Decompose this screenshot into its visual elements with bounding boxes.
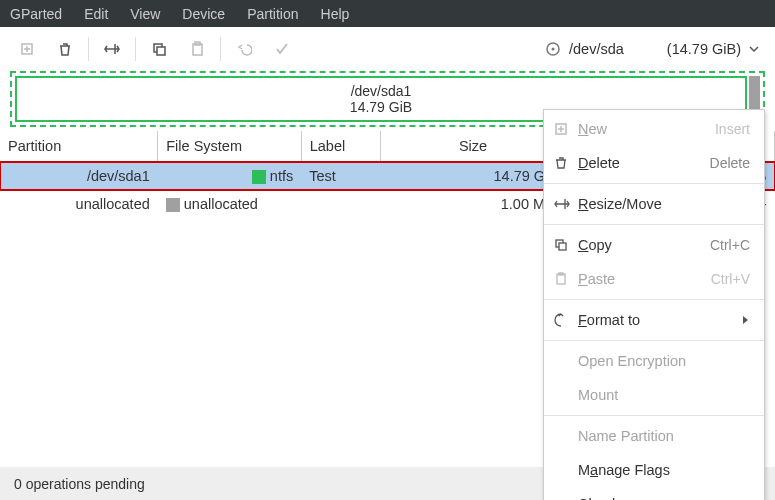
- menu-item-new: NewInsert: [544, 112, 764, 146]
- header-label[interactable]: Label: [301, 131, 380, 162]
- device-name: /dev/sda: [569, 41, 624, 57]
- fs-color-icon: [166, 198, 180, 212]
- apply-button: [263, 27, 301, 71]
- submenu-arrow-icon: [742, 315, 750, 325]
- menu-item-manage-flags[interactable]: Manage Flags: [544, 453, 764, 487]
- menu-view[interactable]: View: [130, 6, 160, 22]
- new-partition-button: [8, 27, 46, 71]
- resize-icon: [103, 41, 121, 57]
- toolbar: /dev/sda (14.79 GiB): [0, 27, 775, 71]
- menu-item-label: Paste: [578, 271, 615, 287]
- menu-item-label: Manage Flags: [578, 462, 670, 478]
- cell-label: [301, 190, 380, 218]
- undo-button: [225, 27, 263, 71]
- menu-item-label: Name Partition: [578, 428, 674, 444]
- new-icon: [19, 41, 35, 57]
- menu-item-label: Check: [578, 496, 619, 500]
- menu-device[interactable]: Device: [182, 6, 225, 22]
- cell-partition: /dev/sda1: [0, 162, 158, 191]
- chevron-down-icon: [749, 44, 759, 54]
- context-menu: NewInsertDeleteDeleteResize/MoveCopyCtrl…: [543, 109, 765, 500]
- trash-icon: [57, 41, 73, 57]
- resize-icon: [554, 197, 578, 211]
- menu-item-label: New: [578, 121, 607, 137]
- cell-partition: unallocated: [0, 190, 158, 218]
- header-filesystem[interactable]: File System: [158, 131, 301, 162]
- menu-accelerator: Insert: [715, 121, 750, 137]
- menu-help[interactable]: Help: [321, 6, 350, 22]
- disk-partition-size: 14.79 GiB: [350, 99, 412, 115]
- device-selector[interactable]: /dev/sda (14.79 GiB): [537, 37, 767, 61]
- menu-item-delete[interactable]: DeleteDelete: [544, 146, 764, 180]
- copy-icon: [151, 41, 167, 57]
- menu-accelerator: Ctrl+V: [711, 271, 750, 287]
- menu-item-format-to[interactable]: Format to: [544, 303, 764, 337]
- paste-button: [178, 27, 216, 71]
- menu-item-label: Format to: [578, 312, 640, 328]
- menu-item-label: Delete: [578, 155, 620, 171]
- disk-partition-name: /dev/sda1: [351, 83, 412, 99]
- svg-point-9: [552, 48, 555, 51]
- copy-icon: [554, 238, 578, 252]
- status-text: 0 operations pending: [14, 476, 145, 492]
- delete-icon: [554, 156, 578, 170]
- menu-item-paste: PasteCtrl+V: [544, 262, 764, 296]
- menu-item-label: Copy: [578, 237, 612, 253]
- undo-icon: [236, 41, 252, 57]
- menu-item-open-encryption: Open Encryption: [544, 344, 764, 378]
- menu-separator: [544, 183, 764, 184]
- resize-move-button[interactable]: [93, 27, 131, 71]
- menu-item-mount: Mount: [544, 378, 764, 412]
- menu-item-check[interactable]: Check: [544, 487, 764, 500]
- menu-item-label: Open Encryption: [578, 353, 686, 369]
- menu-separator: [544, 299, 764, 300]
- menu-edit[interactable]: Edit: [84, 6, 108, 22]
- new-icon: [554, 122, 578, 136]
- delete-partition-button[interactable]: [46, 27, 84, 71]
- fs-color-icon: [252, 170, 266, 184]
- svg-rect-5: [157, 47, 165, 55]
- menu-accelerator: Delete: [710, 155, 750, 171]
- menu-partition[interactable]: Partition: [247, 6, 298, 22]
- cell-fs: ntfs: [158, 162, 301, 191]
- menubar: GParted Edit View Device Partition Help: [0, 0, 775, 27]
- disk-icon: [545, 41, 561, 57]
- menu-separator: [544, 415, 764, 416]
- menu-item-name-partition: Name Partition: [544, 419, 764, 453]
- menu-accelerator: Ctrl+C: [710, 237, 750, 253]
- cell-fs: unallocated: [158, 190, 301, 218]
- paste-icon: [189, 41, 205, 57]
- menu-separator: [544, 340, 764, 341]
- device-size: (14.79 GiB): [667, 41, 741, 57]
- svg-rect-15: [559, 243, 566, 250]
- cell-label: Test: [301, 162, 380, 191]
- paste-icon: [554, 272, 578, 286]
- header-partition[interactable]: Partition: [0, 131, 158, 162]
- menu-item-label: Mount: [578, 387, 618, 403]
- menu-separator: [544, 224, 764, 225]
- menu-item-resize-move[interactable]: Resize/Move: [544, 187, 764, 221]
- format-icon: [554, 313, 578, 327]
- check-icon: [274, 41, 290, 57]
- menu-gparted[interactable]: GParted: [10, 6, 62, 22]
- menu-item-label: Resize/Move: [578, 196, 662, 212]
- menu-item-copy[interactable]: CopyCtrl+C: [544, 228, 764, 262]
- copy-button[interactable]: [140, 27, 178, 71]
